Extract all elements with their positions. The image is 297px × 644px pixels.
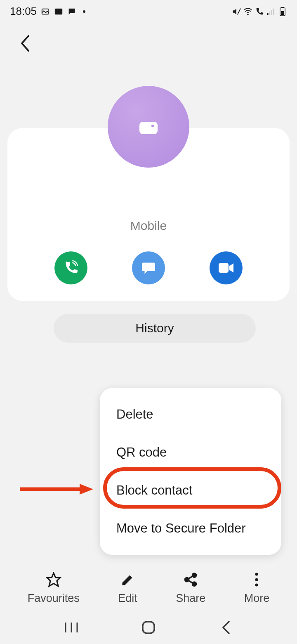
annotation-arrow bbox=[20, 483, 94, 495]
share-label: Share bbox=[176, 592, 205, 605]
svg-rect-11 bbox=[139, 122, 158, 134]
camera-icon bbox=[139, 118, 158, 135]
more-label: More bbox=[244, 592, 270, 605]
svg-point-24 bbox=[255, 578, 258, 581]
wifi-icon bbox=[243, 7, 252, 16]
more-menu: Delete QR code Block contact Move to Sec… bbox=[100, 388, 281, 555]
favourites-button[interactable]: Favourites bbox=[28, 571, 80, 605]
svg-rect-4 bbox=[267, 13, 269, 15]
menu-qr-code[interactable]: QR code bbox=[100, 433, 281, 471]
pencil-icon bbox=[120, 571, 136, 588]
phone-icon bbox=[63, 260, 79, 276]
home-button[interactable] bbox=[136, 619, 161, 636]
more-icon bbox=[248, 571, 265, 588]
video-call-button[interactable] bbox=[210, 251, 243, 284]
svg-rect-10 bbox=[281, 11, 284, 15]
back-button[interactable] bbox=[16, 35, 33, 52]
edit-label: Edit bbox=[118, 592, 137, 605]
more-button[interactable]: More bbox=[244, 571, 270, 605]
contact-avatar[interactable] bbox=[108, 86, 189, 168]
status-time: 18:05 bbox=[10, 5, 37, 18]
call-button[interactable] bbox=[54, 251, 87, 284]
menu-block-contact[interactable]: Block contact bbox=[100, 471, 281, 509]
menu-move-secure-folder[interactable]: Move to Secure Folder bbox=[100, 509, 281, 547]
svg-rect-6 bbox=[271, 10, 272, 15]
message-icon bbox=[141, 260, 156, 276]
svg-line-21 bbox=[188, 576, 193, 579]
video-icon bbox=[218, 262, 234, 274]
action-row bbox=[7, 251, 290, 284]
system-nav-bar bbox=[0, 611, 297, 644]
share-icon bbox=[182, 571, 199, 588]
image-icon bbox=[41, 7, 50, 16]
message-button[interactable] bbox=[132, 251, 165, 284]
phone-type-label: Mobile bbox=[7, 219, 290, 233]
svg-point-25 bbox=[255, 584, 258, 587]
svg-line-22 bbox=[188, 580, 193, 584]
history-button[interactable]: History bbox=[54, 314, 256, 343]
svg-rect-7 bbox=[273, 8, 274, 15]
share-button[interactable]: Share bbox=[176, 571, 205, 605]
favourites-label: Favourites bbox=[28, 592, 80, 605]
chat-icon bbox=[67, 7, 76, 16]
email-icon bbox=[54, 7, 63, 16]
svg-point-23 bbox=[255, 573, 258, 576]
mute-icon bbox=[232, 7, 241, 16]
svg-rect-5 bbox=[269, 12, 270, 15]
svg-point-12 bbox=[151, 125, 154, 127]
svg-rect-1 bbox=[55, 8, 62, 14]
svg-marker-14 bbox=[229, 263, 233, 272]
nav-back-button[interactable] bbox=[213, 619, 238, 636]
status-bar: 18:05 bbox=[0, 0, 297, 23]
wifi-calling-icon bbox=[255, 7, 264, 16]
signal-icon bbox=[266, 7, 276, 16]
edit-button[interactable]: Edit bbox=[118, 571, 137, 605]
svg-rect-29 bbox=[143, 622, 154, 633]
svg-point-3 bbox=[248, 14, 248, 15]
history-label: History bbox=[135, 321, 174, 335]
svg-marker-16 bbox=[80, 484, 93, 495]
battery-icon bbox=[278, 7, 287, 16]
recents-button[interactable] bbox=[59, 619, 84, 636]
svg-rect-13 bbox=[219, 263, 229, 273]
menu-delete[interactable]: Delete bbox=[100, 395, 281, 433]
svg-line-2 bbox=[238, 8, 240, 14]
svg-marker-17 bbox=[47, 573, 60, 586]
bottom-bar: Favourites Edit Share More bbox=[0, 567, 297, 609]
star-icon bbox=[45, 571, 62, 588]
dot-icon bbox=[83, 10, 85, 13]
